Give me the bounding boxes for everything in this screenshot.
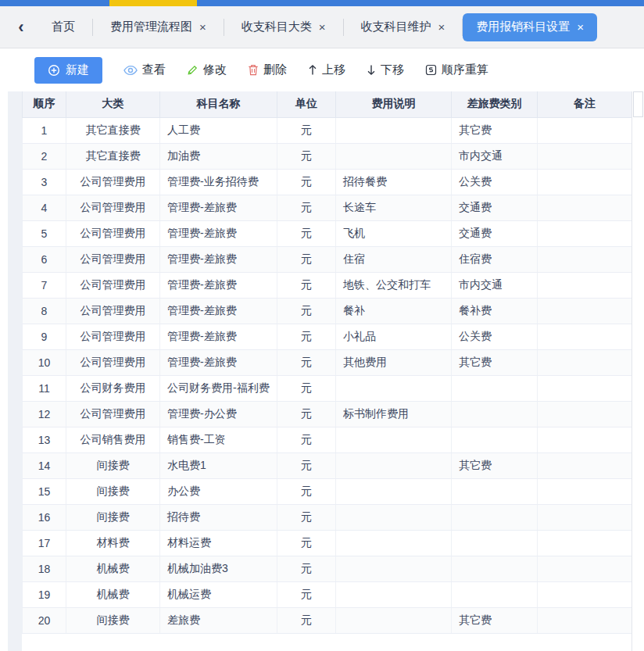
- modify-button[interactable]: 修改: [187, 63, 227, 77]
- column-header-remark: 备注: [538, 91, 632, 117]
- cell-subject: 管理费-差旅费: [160, 195, 277, 220]
- delete-button[interactable]: 删除: [248, 63, 287, 77]
- table-row[interactable]: 15间接费办公费元: [23, 478, 632, 504]
- scrollbar-track[interactable]: [631, 91, 644, 651]
- cell-subject: 管理费-差旅费: [160, 220, 277, 246]
- trash-icon: [248, 64, 259, 76]
- table-row[interactable]: 9公司管理费用管理费-差旅费元小礼品公关费: [23, 324, 632, 349]
- cell-unit: 元: [277, 375, 336, 401]
- table-row[interactable]: 2其它直接费加油费元市内交通: [23, 143, 632, 169]
- cell-description: [336, 478, 452, 504]
- table-row[interactable]: 4公司管理费用管理费-差旅费元长途车交通费: [23, 195, 632, 220]
- cell-travel_type: [452, 581, 538, 607]
- cell-remark: [538, 324, 632, 349]
- cell-category: 机械费: [66, 581, 160, 607]
- cell-category: 公司财务费用: [66, 375, 160, 401]
- cell-unit: 元: [277, 478, 336, 504]
- table-row[interactable]: 12公司管理费用管理费-办公费元标书制作费用: [23, 401, 632, 427]
- cell-description: [336, 530, 452, 556]
- cell-category: 机械费: [66, 556, 160, 581]
- cell-subject: 管理费-办公费: [160, 401, 277, 427]
- tab-item[interactable]: 收支科目大类×: [224, 6, 343, 48]
- back-chevron-icon[interactable]: ‹: [8, 19, 34, 36]
- cell-category: 间接费: [66, 452, 160, 478]
- cell-order: 1: [23, 117, 66, 143]
- cell-order: 18: [23, 556, 66, 581]
- cell-subject: 机械加油费3: [160, 556, 277, 581]
- tab-label: 首页: [52, 20, 75, 34]
- cell-remark: [538, 349, 632, 375]
- tab-item[interactable]: 收支科目维护×: [344, 6, 463, 48]
- table-row[interactable]: 7公司管理费用管理费-差旅费元地铁、公交和打车市内交通: [23, 272, 632, 298]
- toolbar-button-label: 新建: [66, 63, 89, 77]
- tab-item[interactable]: 费用管理流程图×: [93, 6, 224, 48]
- recalc-icon: [425, 64, 437, 76]
- cell-unit: 元: [277, 427, 336, 452]
- cell-order: 12: [23, 401, 66, 427]
- cell-category: 间接费: [66, 607, 160, 633]
- table-row[interactable]: 11公司财务费用公司财务费用-福利费元: [23, 375, 632, 401]
- cell-category: 公司管理费用: [66, 272, 160, 298]
- table-row[interactable]: 1其它直接费人工费元其它费: [23, 117, 632, 143]
- cell-travel_type: [452, 478, 538, 504]
- table-container: 顺序大类科目名称单位费用说明差旅费类别备注 1其它直接费人工费元其它费2其它直接…: [22, 91, 644, 651]
- cell-remark: [538, 117, 632, 143]
- cell-description: [336, 556, 452, 581]
- tab-item[interactable]: 费用报销科目设置×: [463, 13, 597, 41]
- cell-subject: 管理费-差旅费: [160, 349, 277, 375]
- table-row[interactable]: 13公司销售费用销售费-工资元: [23, 427, 632, 452]
- cell-travel_type: [452, 401, 538, 427]
- eye-icon: [123, 65, 138, 76]
- cell-description: 飞机: [336, 220, 452, 246]
- cell-category: 其它直接费: [66, 117, 160, 143]
- move-down-button[interactable]: 下移: [367, 63, 404, 77]
- cell-unit: 元: [277, 556, 336, 581]
- new-button[interactable]: 新建: [34, 57, 102, 84]
- cell-order: 4: [23, 195, 66, 220]
- cell-category: 公司管理费用: [66, 349, 160, 375]
- table-row[interactable]: 16间接费招待费元: [23, 504, 632, 530]
- table-row[interactable]: 5公司管理费用管理费-差旅费元飞机交通费: [23, 220, 632, 246]
- cell-travel_type: 市内交通: [452, 272, 538, 298]
- cell-order: 8: [23, 298, 66, 324]
- view-button[interactable]: 查看: [123, 63, 166, 77]
- table-row[interactable]: 3公司管理费用管理费-业务招待费元招待餐费公关费: [23, 169, 632, 195]
- tab-label: 费用管理流程图: [110, 20, 192, 34]
- cell-travel_type: 其它费: [452, 607, 538, 633]
- column-header-description: 费用说明: [336, 91, 452, 117]
- cell-unit: 元: [277, 504, 336, 530]
- cell-order: 7: [23, 272, 66, 298]
- tab-label: 费用报销科目设置: [476, 20, 570, 34]
- cell-travel_type: 其它费: [452, 349, 538, 375]
- tab-close-icon[interactable]: ×: [577, 20, 584, 34]
- move-up-button[interactable]: 上移: [308, 63, 345, 77]
- cell-subject: 机械运费: [160, 581, 277, 607]
- table-row[interactable]: 14间接费水电费1元其它费: [23, 452, 632, 478]
- circle-plus-icon: [48, 64, 60, 77]
- tab-close-icon[interactable]: ×: [438, 20, 445, 34]
- table-row[interactable]: 6公司管理费用管理费-差旅费元住宿住宿费: [23, 246, 632, 272]
- tab-close-icon[interactable]: ×: [319, 20, 326, 34]
- cell-subject: 销售费-工资: [160, 427, 277, 452]
- cell-subject: 差旅费: [160, 607, 277, 633]
- tab-item[interactable]: 首页: [34, 6, 92, 48]
- table-row[interactable]: 10公司管理费用管理费-差旅费元其他费用其它费: [23, 349, 632, 375]
- cell-unit: 元: [277, 530, 336, 556]
- table-row[interactable]: 20间接费差旅费元其它费: [23, 607, 632, 633]
- cell-subject: 管理费-业务招待费: [160, 169, 277, 195]
- table-row[interactable]: 8公司管理费用管理费-差旅费元餐补餐补费: [23, 298, 632, 324]
- table-row[interactable]: 18机械费机械加油费3元: [23, 556, 632, 581]
- table-row[interactable]: 17材料费材料运费元: [23, 530, 632, 556]
- cell-order: 5: [23, 220, 66, 246]
- arrow-down-icon: [367, 64, 376, 76]
- column-header-unit: 单位: [277, 91, 336, 117]
- cell-description: 餐补: [336, 298, 452, 324]
- table-row[interactable]: 19机械费机械运费元: [23, 581, 632, 607]
- recalc-button[interactable]: 顺序重算: [425, 63, 488, 77]
- tab-close-icon[interactable]: ×: [199, 20, 206, 34]
- cell-category: 间接费: [66, 504, 160, 530]
- cell-subject: 材料运费: [160, 530, 277, 556]
- cell-travel_type: 住宿费: [452, 246, 538, 272]
- cell-travel_type: 餐补费: [452, 298, 538, 324]
- cell-remark: [538, 375, 632, 401]
